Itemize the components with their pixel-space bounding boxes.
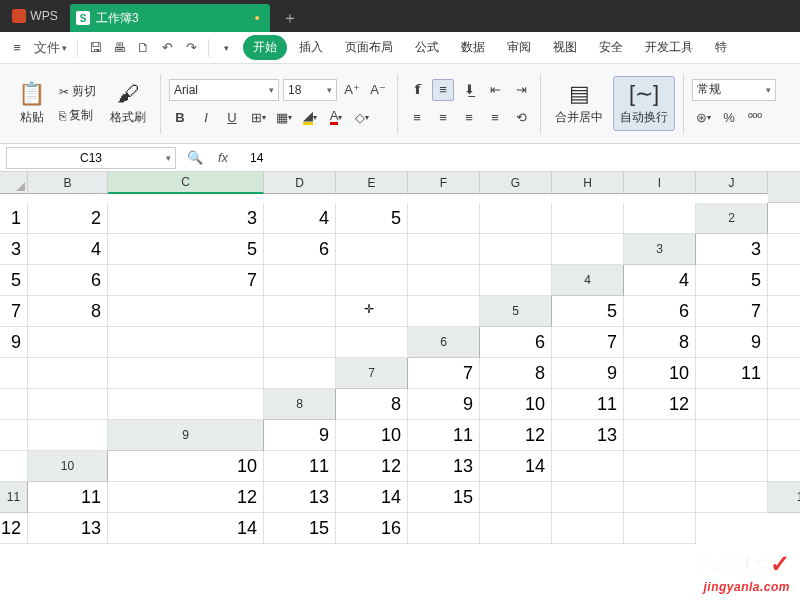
row-header[interactable]: 7 [336, 358, 408, 389]
cell[interactable]: 13 [264, 482, 336, 513]
cell[interactable]: 13 [408, 451, 480, 482]
cell[interactable]: 6 [480, 327, 552, 358]
formula-input[interactable]: 14 [242, 151, 800, 165]
cell[interactable]: 11 [552, 389, 624, 420]
tab-data[interactable]: 数据 [451, 35, 495, 60]
align-center-icon[interactable]: ≡ [432, 107, 454, 129]
cell[interactable] [336, 296, 408, 327]
increase-font-icon[interactable]: A⁺ [341, 79, 363, 101]
cell[interactable]: 3 [108, 203, 264, 234]
file-menu[interactable]: 文件 ▾ [30, 37, 71, 59]
cell[interactable]: 3 [696, 234, 768, 265]
cell[interactable] [408, 234, 480, 265]
cell[interactable]: 11 [408, 420, 480, 451]
row-header[interactable]: 3 [624, 234, 696, 265]
cell[interactable]: 7 [0, 296, 28, 327]
menu-icon[interactable]: ≡ [6, 37, 28, 59]
align-right-icon[interactable]: ≡ [458, 107, 480, 129]
cell[interactable]: 5 [0, 265, 28, 296]
chevron-down-icon[interactable]: ▾ [215, 37, 237, 59]
cell[interactable] [696, 420, 768, 451]
tab-developer[interactable]: 开发工具 [635, 35, 703, 60]
cell[interactable] [768, 358, 800, 389]
cell[interactable] [264, 358, 336, 389]
cell[interactable] [768, 389, 800, 420]
cell[interactable]: 11 [28, 482, 108, 513]
cell[interactable]: 14 [480, 451, 552, 482]
cell[interactable] [408, 296, 480, 327]
cell[interactable]: 9 [264, 420, 336, 451]
cell[interactable] [336, 265, 408, 296]
cell[interactable]: 2 [768, 203, 800, 234]
column-header[interactable]: F [408, 172, 480, 194]
cell[interactable]: 16 [336, 513, 408, 544]
align-top-icon[interactable]: ⬆̄ [406, 79, 428, 101]
tab-formula[interactable]: 公式 [405, 35, 449, 60]
font-color-button[interactable]: A▾ [325, 107, 347, 129]
cell[interactable]: 4 [624, 265, 696, 296]
zoom-icon[interactable]: 🔍 [184, 147, 206, 169]
save-icon[interactable]: 🖫 [84, 37, 106, 59]
name-box[interactable]: C13 ▾ [6, 147, 176, 169]
cell[interactable] [624, 513, 696, 544]
row-header[interactable]: 10 [28, 451, 108, 482]
cell[interactable]: 10 [624, 358, 696, 389]
decrease-font-icon[interactable]: A⁻ [367, 79, 389, 101]
cell[interactable] [552, 482, 624, 513]
tab-view[interactable]: 视图 [543, 35, 587, 60]
cell[interactable] [28, 389, 108, 420]
row-header[interactable]: 9 [108, 420, 264, 451]
italic-button[interactable]: I [195, 107, 217, 129]
cell[interactable]: 8 [480, 358, 552, 389]
cell[interactable] [552, 203, 624, 234]
wrap-text-button[interactable]: [∼] 自动换行 [613, 76, 675, 131]
cell[interactable]: 1 [0, 203, 28, 234]
tab-more[interactable]: 特 [705, 35, 737, 60]
cell[interactable] [696, 389, 768, 420]
percent-icon[interactable]: % [718, 107, 740, 129]
column-header[interactable]: G [480, 172, 552, 194]
cell[interactable]: 11 [264, 451, 336, 482]
cell[interactable] [552, 451, 624, 482]
cell[interactable]: 4 [264, 203, 336, 234]
cell[interactable] [264, 265, 336, 296]
fill-color-button[interactable]: ◢▾ [299, 107, 321, 129]
cell[interactable] [552, 513, 624, 544]
row-header[interactable]: 5 [480, 296, 552, 327]
cell[interactable]: 5 [108, 234, 264, 265]
cell[interactable] [264, 296, 336, 327]
cell[interactable]: 14 [108, 513, 264, 544]
cell[interactable]: 7 [552, 327, 624, 358]
column-header[interactable]: J [696, 172, 768, 194]
cell[interactable] [408, 203, 480, 234]
new-tab-button[interactable]: ＋ [276, 4, 304, 32]
cell[interactable] [0, 420, 28, 451]
cell[interactable] [696, 451, 768, 482]
cell[interactable]: 14 [336, 482, 408, 513]
cell[interactable]: 5 [552, 296, 624, 327]
row-header[interactable]: 2 [696, 203, 768, 234]
cell[interactable]: 9 [0, 327, 28, 358]
cell[interactable] [696, 482, 768, 513]
cell[interactable] [408, 265, 480, 296]
font-size-combo[interactable]: 18▾ [283, 79, 337, 101]
row-header[interactable]: 11 [0, 482, 28, 513]
bold-button[interactable]: B [169, 107, 191, 129]
cell[interactable]: 10 [480, 389, 552, 420]
cell[interactable] [624, 482, 696, 513]
cell[interactable]: 6 [624, 296, 696, 327]
cell[interactable] [624, 203, 696, 234]
cell[interactable]: 13 [28, 513, 108, 544]
cell[interactable] [0, 451, 28, 482]
cell[interactable]: 10 [768, 327, 800, 358]
underline-button[interactable]: U [221, 107, 243, 129]
cell[interactable] [552, 234, 624, 265]
row-header[interactable]: 4 [552, 265, 624, 296]
cell[interactable]: 7 [108, 265, 264, 296]
cell[interactable]: 13 [552, 420, 624, 451]
cell[interactable]: 12 [336, 451, 408, 482]
cell[interactable] [768, 420, 800, 451]
border-button[interactable]: ⊞▾ [247, 107, 269, 129]
undo-icon[interactable]: ↶ [156, 37, 178, 59]
cell[interactable] [108, 327, 264, 358]
